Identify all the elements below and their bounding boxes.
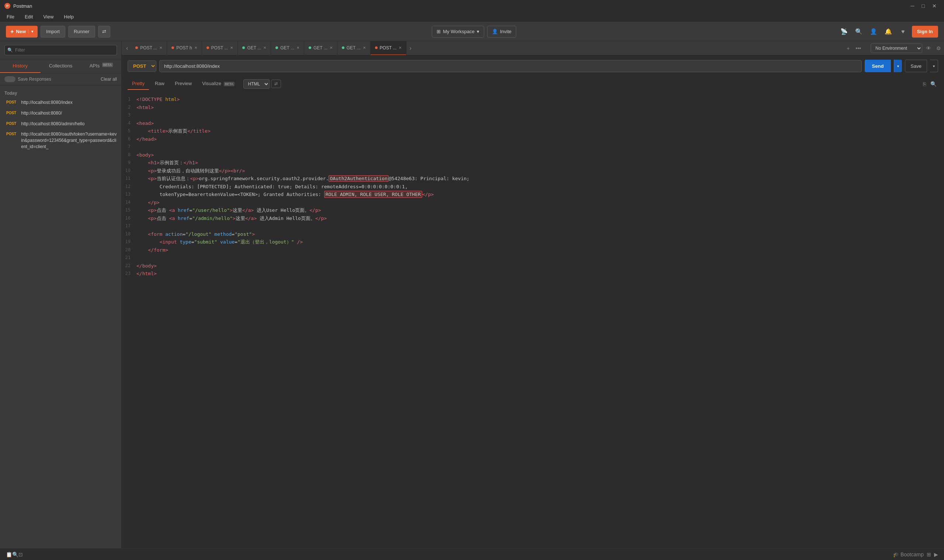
send-button[interactable]: Send — [865, 60, 891, 72]
resp-tab-visualize[interactable]: Visualize BETA — [197, 78, 239, 90]
tab-apis[interactable]: APIs BETA — [81, 59, 121, 73]
heart-icon-button[interactable]: ♥ — [897, 26, 909, 38]
toolbar: + New ▾ Import Runner ⇄ ⊞ My Workspace ▾… — [0, 22, 944, 41]
tab-close-1[interactable]: ✕ — [194, 46, 197, 50]
format-select[interactable]: HTML — [244, 79, 270, 89]
workspace-button[interactable]: ⊞ My Workspace ▾ — [432, 26, 484, 38]
code-line-22: 22 </body> — [122, 262, 944, 270]
resp-tab-pretty[interactable]: Pretty — [128, 78, 149, 90]
tab-3[interactable]: GET ... ✕ — [238, 41, 271, 55]
history-url-2: http://localhost:8080/admin/hello — [21, 121, 117, 127]
search-icon-button[interactable]: 🔍 — [853, 26, 865, 38]
tab-7[interactable]: POST ... ✕ — [370, 41, 407, 55]
history-item-1[interactable]: POST http://localhost:8080/ — [5, 108, 117, 118]
code-line-9: 9 <h1>示例首页：</h1> — [122, 159, 944, 167]
more-tabs-button[interactable]: ••• — [853, 45, 863, 52]
tab-dot-2 — [207, 46, 209, 49]
menu-edit[interactable]: Edit — [23, 13, 35, 20]
copy-button[interactable]: ⎘ — [921, 80, 927, 88]
notification-icon-button[interactable]: 🔔 — [882, 26, 894, 38]
search-response-button[interactable]: 🔍 — [929, 80, 938, 88]
wrap-button[interactable]: ⇄ — [271, 80, 281, 88]
save-responses-toggle[interactable] — [5, 76, 15, 82]
invite-button[interactable]: 👤 Invite — [487, 26, 516, 38]
search-icon: 🔍 — [8, 48, 13, 53]
tab-4[interactable]: GET ... ✕ — [271, 41, 304, 55]
menu-view[interactable]: View — [41, 13, 56, 20]
tab-2[interactable]: POST ... ✕ — [202, 41, 238, 55]
env-eye-button[interactable]: 👁 — [924, 44, 933, 53]
tab-close-5[interactable]: ✕ — [330, 46, 333, 50]
history-item-2[interactable]: POST http://localhost:8080/admin/hello — [5, 118, 117, 129]
code-line-4: 4 <head> — [122, 119, 944, 128]
titlebar: P Postman ─ □ ✕ — [0, 0, 944, 12]
menu-file[interactable]: File — [5, 13, 17, 20]
tab-history[interactable]: History — [0, 59, 40, 73]
method-badge-post-1: POST — [5, 110, 18, 116]
tab-dot-5 — [308, 46, 311, 49]
requests-icon-button[interactable]: ⊡ — [19, 552, 23, 557]
send-dropdown-button[interactable]: ▾ — [894, 60, 902, 72]
minimize-button[interactable]: ─ — [908, 2, 918, 10]
method-badge-post-2: POST — [5, 121, 18, 126]
builder-icon-button[interactable]: ⇄ — [98, 26, 110, 38]
environment-selector[interactable]: No Environment — [871, 43, 922, 53]
history-date-label: Today — [5, 88, 117, 97]
search-status-button[interactable]: 🔍 — [12, 552, 19, 557]
maximize-button[interactable]: □ — [919, 2, 928, 10]
sidebar: 🔍 History Collections APIs BETA Save Res… — [0, 41, 122, 548]
history-item-0[interactable]: POST http://localhost:8080/index — [5, 97, 117, 108]
tab-dot-7 — [375, 46, 378, 49]
clear-all-button[interactable]: Clear all — [101, 77, 117, 82]
menu-help[interactable]: Help — [62, 13, 76, 20]
save-dropdown-button[interactable]: ▾ — [930, 60, 938, 72]
satellite-icon-button[interactable]: 📡 — [838, 26, 850, 38]
import-button[interactable]: Import — [40, 26, 65, 38]
runner-button[interactable]: Runner — [68, 26, 95, 38]
tab-prev-button[interactable]: ‹ — [123, 41, 131, 55]
code-line-8: 8 <body> — [122, 151, 944, 159]
tab-close-4[interactable]: ✕ — [296, 46, 299, 50]
close-button[interactable]: ✕ — [929, 2, 939, 10]
history-url-3: http://localhost:8080/oauth/token?userna… — [21, 131, 117, 149]
bootcamp-button[interactable]: 🎓 Bootcamp — [893, 552, 924, 557]
code-line-12: 12 Credentials: [PROTECTED]; Authenticat… — [122, 183, 944, 191]
tab-collections[interactable]: Collections — [40, 59, 81, 73]
runner-status-button[interactable]: ▶ — [934, 552, 938, 557]
resp-tab-raw[interactable]: Raw — [150, 78, 169, 90]
url-input[interactable] — [159, 60, 862, 72]
new-button[interactable]: + New ▾ — [6, 26, 38, 38]
code-line-10: 10 <p>登录成功后，自动跳转到这里</p><br/> — [122, 167, 944, 175]
tab-0[interactable]: POST ... ✕ — [131, 41, 167, 55]
sidebar-filter-input[interactable] — [5, 45, 117, 55]
tab-close-3[interactable]: ✕ — [263, 46, 266, 50]
new-tab-button[interactable]: + — [844, 45, 852, 52]
save-responses-label: Save Responses — [18, 77, 51, 82]
tab-1[interactable]: POST h ✕ — [167, 41, 202, 55]
code-line-2: 2 <html> — [122, 103, 944, 112]
code-line-14: 14 </p> — [122, 198, 944, 207]
method-badge-post: POST — [5, 100, 18, 105]
method-select[interactable]: POST — [128, 60, 156, 72]
code-line-16: 16 <p>点击 <a href="/admin/hello">这里</a> 进… — [122, 214, 944, 223]
tab-6[interactable]: GET ... ✕ — [338, 41, 370, 55]
sign-in-button[interactable]: Sign In — [912, 26, 938, 38]
tab-close-0[interactable]: ✕ — [159, 46, 162, 50]
code-line-11: 11 <p>当前认证信息：<p>org.springframework.secu… — [122, 175, 944, 183]
tab-close-7[interactable]: ✕ — [399, 46, 401, 50]
code-line-21: 21 — [122, 254, 944, 262]
resp-tab-preview[interactable]: Preview — [170, 78, 196, 90]
history-icon-button[interactable]: 📋 — [6, 552, 12, 557]
history-item-3[interactable]: POST http://localhost:8080/oauth/token?u… — [5, 129, 117, 152]
code-viewer: 1 <!DOCTYPE html> 2 <html> 3 4 <head> 5 … — [122, 91, 944, 548]
tab-5[interactable]: GET ... ✕ — [304, 41, 338, 55]
tab-next-button[interactable]: › — [406, 41, 414, 55]
tab-close-6[interactable]: ✕ — [363, 46, 366, 50]
tab-close-2[interactable]: ✕ — [230, 46, 233, 50]
user-icon-button[interactable]: 👤 — [868, 26, 879, 38]
save-button[interactable]: Save — [905, 60, 927, 72]
code-line-18: 18 <form action="/logout" method="post"> — [122, 230, 944, 238]
share-button[interactable]: ⊞ — [927, 552, 931, 557]
env-settings-button[interactable]: ⚙ — [935, 44, 942, 53]
code-line-23: 23 </html> — [122, 270, 944, 278]
